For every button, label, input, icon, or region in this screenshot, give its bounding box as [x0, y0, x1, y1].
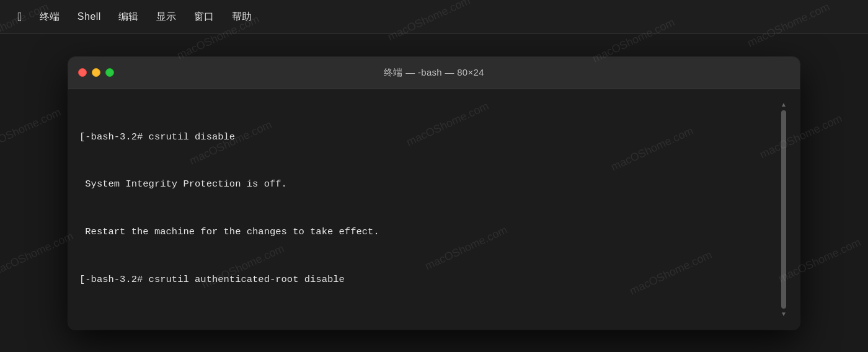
window-title: 终端 — -bash — 80×24: [384, 67, 484, 79]
scroll-down-arrow[interactable]: ▼: [780, 310, 787, 319]
terminal-line-1: [-bash-3.2# csrutil disable: [79, 130, 779, 146]
terminal-line-4: [-bash-3.2# csrutil authenticated-root d…: [79, 272, 779, 288]
menu-item-edit[interactable]: 编辑: [111, 8, 146, 25]
apple-menu[interactable]: : [10, 8, 30, 25]
terminal-content[interactable]: [-bash-3.2# csrutil disable System Integ…: [68, 89, 800, 330]
menu-item-shell[interactable]: Shell: [70, 8, 108, 25]
terminal-window: 终端 — -bash — 80×24 [-bash-3.2# csrutil d…: [68, 57, 800, 330]
maximize-button[interactable]: [105, 68, 114, 77]
terminal-line-5: Successfully disabled authenticated root…: [79, 319, 779, 320]
menu-item-terminal[interactable]: 终端: [32, 8, 68, 25]
scroll-up-arrow[interactable]: ▲: [780, 100, 787, 109]
terminal-output: [-bash-3.2# csrutil disable System Integ…: [79, 98, 779, 321]
terminal-line-2: System Integrity Protection is off.: [79, 177, 779, 193]
minimize-button[interactable]: [92, 68, 100, 77]
scrollbar[interactable]: ▲ ▼: [779, 98, 789, 321]
menu-item-window[interactable]: 窗口: [187, 8, 222, 25]
desktop: 终端 — -bash — 80×24 [-bash-3.2# csrutil d…: [0, 34, 868, 352]
title-bar: 终端 — -bash — 80×24: [68, 57, 800, 89]
menu-item-view[interactable]: 显示: [149, 8, 184, 25]
menu-item-help[interactable]: 帮助: [224, 8, 260, 25]
menu-bar:  终端 Shell 编辑 显示 窗口 帮助: [0, 0, 868, 34]
terminal-line-3: Restart the machine for the changes to t…: [79, 224, 779, 240]
scroll-thumb[interactable]: [781, 110, 786, 309]
traffic-lights: [78, 68, 114, 77]
close-button[interactable]: [78, 68, 87, 77]
